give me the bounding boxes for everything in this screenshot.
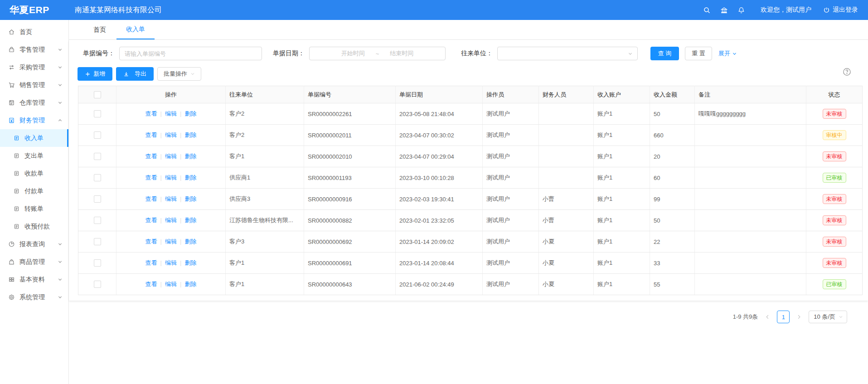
view-link[interactable]: 查看 <box>145 131 157 138</box>
select-all-checkbox[interactable] <box>94 91 101 98</box>
view-link[interactable]: 查看 <box>145 153 157 160</box>
prev-page-button[interactable] <box>761 311 773 323</box>
finance-staff-cell <box>539 103 594 125</box>
sidebar-item-expense[interactable]: 支出单 <box>0 147 68 165</box>
sidebar-item-transfer[interactable]: 转账单 <box>0 200 68 218</box>
export-button[interactable]: 导出 <box>116 67 154 81</box>
date-range-picker[interactable]: 开始时间 ~ 结束时间 <box>309 47 446 60</box>
batch-operation-button[interactable]: 批量操作 <box>157 67 201 81</box>
reset-button[interactable]: 重 置 <box>685 47 712 60</box>
row-checkbox[interactable] <box>94 195 101 203</box>
row-checkbox[interactable] <box>94 259 101 267</box>
delete-link[interactable]: 删除 <box>184 259 196 266</box>
tab-home[interactable]: 首页 <box>84 20 116 39</box>
edit-link[interactable]: 编辑 <box>165 110 177 117</box>
date-tilde: ~ <box>376 50 379 57</box>
sidebar-item-income[interactable]: 收入单 <box>0 129 68 147</box>
delete-link[interactable]: 删除 <box>184 131 196 138</box>
sidebar-item-label: 支出单 <box>24 152 44 160</box>
account-cell: 账户1 <box>594 274 650 295</box>
edit-link[interactable]: 编辑 <box>165 238 177 245</box>
remark-cell <box>695 167 806 189</box>
delete-link[interactable]: 删除 <box>184 153 196 160</box>
status-badge: 已审核 <box>823 173 846 183</box>
view-link[interactable]: 查看 <box>145 238 157 245</box>
sidebar-item-basic[interactable]: 基本资料 <box>0 271 68 288</box>
edit-link[interactable]: 编辑 <box>165 131 177 138</box>
view-link[interactable]: 查看 <box>145 195 157 202</box>
bank-icon[interactable] <box>715 6 732 14</box>
table-row: 查看|编辑|删除供应商3SR000000009162023-02-03 19:3… <box>78 189 863 210</box>
unit-cell: 客户1 <box>226 274 304 295</box>
edit-link[interactable]: 编辑 <box>165 153 177 160</box>
sidebar-item-report[interactable]: 报表查询 <box>0 235 68 253</box>
add-button[interactable]: 新增 <box>78 67 112 81</box>
sidebar-item-advance[interactable]: 收预付款 <box>0 218 68 235</box>
sidebar-item-label: 基本资料 <box>19 276 45 284</box>
unit-cell: 供应商1 <box>226 167 304 189</box>
edit-link[interactable]: 编辑 <box>165 174 177 181</box>
chevron-down-icon <box>58 277 63 282</box>
number-filter-input[interactable] <box>119 47 262 60</box>
page-1-button[interactable]: 1 <box>777 311 790 323</box>
sidebar-item-finance[interactable]: 财务管理 <box>0 112 68 129</box>
sidebar-item-label: 首页 <box>19 28 32 36</box>
view-link[interactable]: 查看 <box>145 259 157 266</box>
view-link[interactable]: 查看 <box>145 217 157 224</box>
sidebar-item-system[interactable]: 系统管理 <box>0 288 68 306</box>
help-icon[interactable] <box>843 68 851 78</box>
link-separator: | <box>180 217 181 224</box>
sidebar-item-receipt[interactable]: 收款单 <box>0 165 68 182</box>
row-checkbox[interactable] <box>94 131 101 139</box>
sidebar-item-retail[interactable]: 零售管理 <box>0 41 68 58</box>
chevron-up-icon <box>58 118 63 123</box>
delete-link[interactable]: 删除 <box>184 281 196 287</box>
bell-icon[interactable] <box>732 6 750 14</box>
view-link[interactable]: 查看 <box>145 110 157 117</box>
page-size-select[interactable]: 10 条/页 <box>809 311 847 323</box>
search-button[interactable]: 查 询 <box>650 47 679 60</box>
edit-link[interactable]: 编辑 <box>165 195 177 202</box>
row-checkbox[interactable] <box>94 217 101 224</box>
delete-link[interactable]: 删除 <box>184 110 196 117</box>
delete-link[interactable]: 删除 <box>184 174 196 181</box>
view-link[interactable]: 查看 <box>145 281 157 287</box>
row-checkbox[interactable] <box>94 238 101 245</box>
date-start-placeholder: 开始时间 <box>341 49 365 58</box>
column-header: 操作 <box>116 86 226 103</box>
row-checkbox[interactable] <box>94 110 101 117</box>
table-toolbar: 新增 导出 批量操作 <box>69 61 868 86</box>
unit-filter-select[interactable] <box>497 47 638 60</box>
table-row: 查看|编辑|删除客户3SR000000006922023-01-14 20:09… <box>78 231 863 253</box>
tab-income-receipt[interactable]: 收入单 <box>116 20 155 39</box>
unit-cell: 江苏德鲁生物科技有限... <box>226 210 304 231</box>
next-page-button[interactable] <box>793 311 805 323</box>
sidebar-item-sales[interactable]: 销售管理 <box>0 76 68 94</box>
edit-link[interactable]: 编辑 <box>165 281 177 287</box>
sidebar-item-home[interactable]: 首页 <box>0 23 68 41</box>
chevron-down-icon <box>190 72 195 76</box>
sidebar-item-payment[interactable]: 付款单 <box>0 182 68 200</box>
sidebar-item-purchase[interactable]: 采购管理 <box>0 58 68 76</box>
chevron-down-icon <box>58 295 63 300</box>
table-row: 查看|编辑|删除客户2SR000000020112023-04-07 00:30… <box>78 125 863 146</box>
edit-link[interactable]: 编辑 <box>165 259 177 266</box>
row-checkbox[interactable] <box>94 281 101 288</box>
view-link[interactable]: 查看 <box>145 174 157 181</box>
expand-link[interactable]: 展开 <box>718 49 737 58</box>
app-logo: 华夏ERP <box>0 4 69 16</box>
column-header: 单据编号 <box>304 86 396 103</box>
delete-link[interactable]: 删除 <box>184 217 196 224</box>
sidebar-item-goods[interactable]: 商品管理 <box>0 253 68 271</box>
row-checkbox[interactable] <box>94 174 101 181</box>
row-checkbox[interactable] <box>94 153 101 160</box>
delete-link[interactable]: 删除 <box>184 238 196 245</box>
edit-link[interactable]: 编辑 <box>165 217 177 224</box>
topbar-right: 欢迎您，测试用户 退出登录 <box>698 6 868 14</box>
logout-button[interactable]: 退出登录 <box>823 6 858 14</box>
date-cell: 2023-03-10 00:10:28 <box>396 167 483 189</box>
sidebar-item-warehouse[interactable]: 仓库管理 <box>0 94 68 112</box>
search-icon[interactable] <box>698 6 715 14</box>
delete-link[interactable]: 删除 <box>184 195 196 202</box>
content-card: 单据编号： 单据日期： 开始时间 ~ 结束时间 往来单位： 查 询 重 置 展开 <box>69 40 868 301</box>
